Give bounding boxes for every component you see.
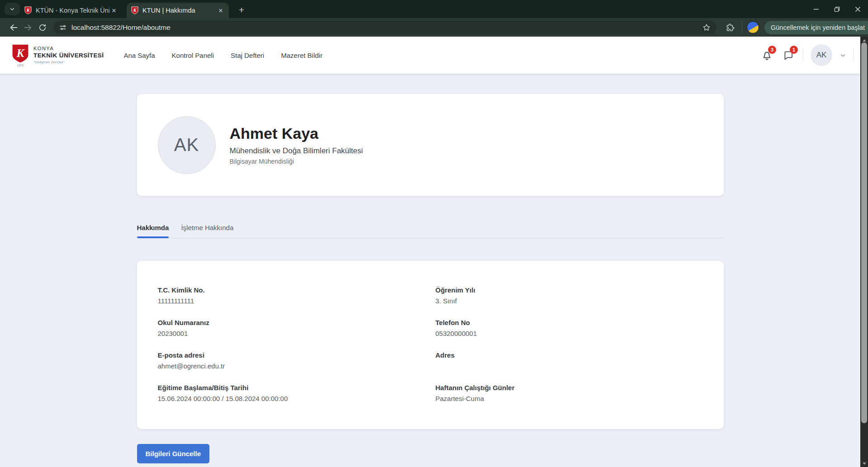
ktun-shield-icon: K [12,44,29,63]
user-menu-chevron-icon[interactable] [840,52,846,59]
logo-city: KONYA [33,46,104,51]
field-telefon-no: Telefon No 05320000001 [436,319,703,338]
profile-card: AK Ahmet Kaya Mühendislik ve Doğa Biliml… [137,94,724,196]
field-value [436,362,703,370]
bookmark-star-icon[interactable] [702,23,711,32]
header-divider [854,48,854,62]
ktun-shield-favicon: K [131,6,138,14]
field-value: ahmet@ogrenci.edu.tr [158,362,436,370]
logo-slogan: "Gelişimin Öncüsü" [33,60,104,64]
forward-button[interactable] [21,20,35,35]
window-restore-button[interactable] [826,0,847,18]
nav-link-ana-sayfa[interactable]: Ana Sayfa [123,52,155,59]
window-close-button[interactable] [847,0,868,18]
page-tabs: Hakkımda İşletme Hakkında [137,224,724,238]
page-viewport: K 1970 KONYA TEKNİK ÜNİVERSİTESİ "Gelişi… [0,37,868,467]
svg-text:K: K [26,8,30,13]
reload-button[interactable] [35,20,50,35]
url-bar[interactable]: localhost:58822/Home/aboutme [53,21,716,34]
update-chip-label: Güncellemek için yeniden başlat [771,24,865,31]
profile-department: Bilgisayar Mühendisliği [230,158,363,165]
svg-text:K: K [133,8,137,13]
profile-avatar: AK [158,116,216,174]
main-nav: Ana Sayfa Kontrol Paneli Staj Defteri Ma… [123,52,323,59]
logo-name: TEKNİK ÜNİVERSİTESİ [33,52,104,59]
tab-title: KTÜN - Konya Teknik Üniversite [36,7,109,14]
field-okul-numaraniz: Okul Numaranız 20230001 [158,319,436,338]
field-ogrenim-yili: Öğrenim Yılı 3. Sınıf [436,286,703,305]
tab-hakkimda[interactable]: Hakkımda [137,224,169,238]
field-eposta-adresi: E-posta adresi ahmet@ogrenci.edu.tr [158,351,436,370]
logo-year: 1970 [17,64,24,67]
close-icon[interactable]: ✕ [216,6,225,15]
close-icon[interactable]: ✕ [109,6,119,15]
field-adres: Adres [436,351,703,370]
window-controls [806,0,868,18]
nav-link-mazeret-bildir[interactable]: Mazeret Bildir [281,52,323,59]
scrollbar-down-arrow[interactable] [860,460,868,467]
extensions-icon[interactable] [723,20,737,35]
tab-isletme-hakkinda[interactable]: İşletme Hakkında [181,224,233,238]
nav-link-staj-defteri[interactable]: Staj Defteri [231,52,264,59]
field-label: Öğrenim Yılı [436,286,703,294]
site-settings-icon[interactable] [59,24,67,32]
header-divider [803,48,803,62]
scrollbar-thumb[interactable] [861,42,867,423]
field-label: E-posta adresi [158,351,436,359]
tab-title: KTUN | Hakkımda [142,7,216,14]
field-label: T.C. Kimlik No. [158,286,436,294]
nav-link-kontrol-paneli[interactable]: Kontrol Paneli [172,52,214,59]
new-tab-button[interactable]: + [235,4,248,17]
svg-text:K: K [16,47,25,59]
page-scrollbar[interactable] [860,37,868,467]
back-button[interactable] [6,20,21,35]
field-value: Pazartesi-Cuma [436,395,703,403]
field-value: 20230001 [158,330,436,338]
field-haftanin-calistigi-gunler: Haftanın Çalıştığı Günler Pazartesi-Cuma [436,384,703,403]
messages-button[interactable]: 1 [781,48,796,62]
profile-faculty: Mühendislik ve Doğa Bilimleri Fakültesi [230,146,363,156]
ktun-logo[interactable]: K 1970 KONYA TEKNİK ÜNİVERSİTESİ "Gelişi… [12,44,104,67]
field-value: 15.06.2024 00:00:00 / 15.08.2024 00:00:0… [158,395,436,403]
info-card: T.C. Kimlik No. 11111111111 Öğrenim Yılı… [137,261,724,429]
chevron-down-icon [9,6,15,12]
toolbar-divider [742,22,742,33]
field-label: Okul Numaranız [158,319,436,326]
notifications-button[interactable]: 3 [759,48,774,62]
browser-toolbar: localhost:58822/Home/aboutme Güncellemek… [0,18,868,37]
tab-search-button[interactable] [5,3,20,15]
browser-tab-university-site[interactable]: K KTÜN - Konya Teknik Üniversite ✕ [20,3,122,18]
site-header: K 1970 KONYA TEKNİK ÜNİVERSİTESİ "Gelişi… [0,37,860,74]
window-minimize-button[interactable] [806,0,826,18]
field-tc-kimlik-no: T.C. Kimlik No. 11111111111 [158,286,436,305]
browser-tab-hakkimda[interactable]: K KTUN | Hakkımda ✕ [127,3,229,18]
restart-to-update-button[interactable]: Güncellemek için yeniden başlat [764,21,868,34]
field-label: Adres [436,351,703,359]
browser-titlebar: K KTÜN - Konya Teknik Üniversite ✕ K KTU… [0,0,868,18]
field-value: 05320000001 [436,330,703,338]
ktun-shield-favicon: K [24,6,32,14]
update-info-button[interactable]: Bilgileri Güncelle [137,444,210,463]
browser-profile-avatar[interactable] [747,21,759,33]
field-label: Telefon No [436,319,703,326]
field-value: 3. Sınıf [436,297,703,305]
message-count-badge: 1 [790,46,798,54]
field-value: 11111111111 [158,297,436,305]
url-text[interactable]: localhost:58822/Home/aboutme [71,24,702,32]
field-egitime-baslama-bitis: Eğitime Başlama/Bitiş Tarihi 15.06.2024 … [158,384,436,403]
field-label: Haftanın Çalıştığı Günler [436,384,703,392]
user-avatar[interactable]: AK [811,44,832,66]
notification-count-badge: 3 [768,46,776,54]
profile-name: Ahmet Kaya [230,125,363,142]
field-label: Eğitime Başlama/Bitiş Tarihi [158,384,436,392]
